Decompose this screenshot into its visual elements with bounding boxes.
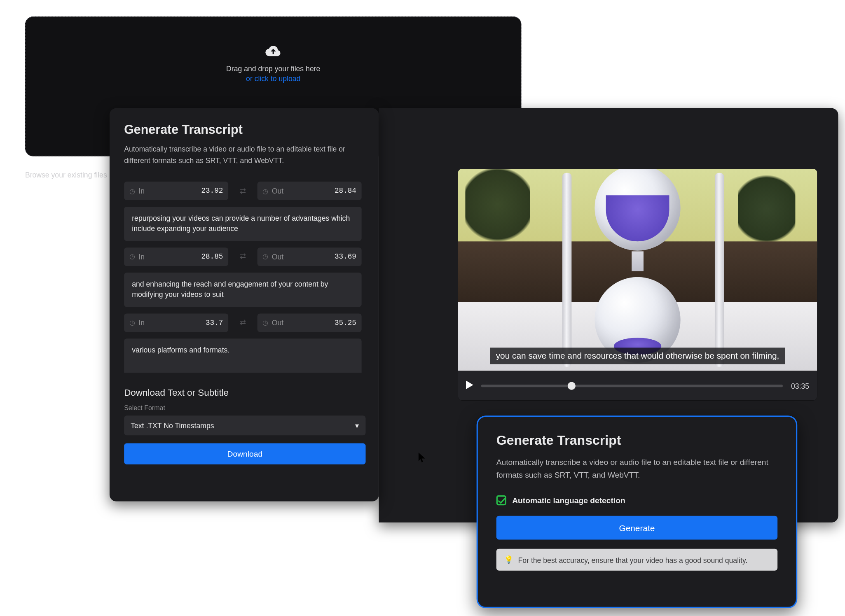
generate-transcript-card: Generate Transcript Automatically transc… <box>477 415 798 608</box>
lightbulb-icon: 💡 <box>504 555 513 564</box>
seek-bar[interactable] <box>481 384 783 387</box>
auto-detect-label: Automatic language detection <box>512 496 625 505</box>
clock-icon: ◷ <box>263 319 269 326</box>
clock-icon: ◷ <box>129 187 135 194</box>
upload-drag-text: Drag and drop your files here <box>226 64 320 72</box>
download-button[interactable]: Download <box>124 443 365 464</box>
in-timestamp-field[interactable]: ◷ In 28.85 <box>124 247 228 266</box>
in-timestamp-field[interactable]: ◷ In 33.7 <box>124 313 228 332</box>
segment-timestamps: ◷ In 33.7 ⇄ ◷ Out 35.25 <box>124 313 362 332</box>
video-thumbnail-scene <box>458 169 817 371</box>
clock-icon: ◷ <box>129 253 135 260</box>
tip-text: For the best accuracy, ensure that your … <box>518 556 748 564</box>
chevron-down-icon: ▾ <box>355 421 359 430</box>
checkbox-checked-icon[interactable] <box>496 495 506 505</box>
browse-existing-link[interactable]: Browse your existing files <box>25 171 107 179</box>
play-button[interactable] <box>466 380 473 390</box>
format-select-label: Select Format <box>124 404 365 412</box>
video-duration: 03:35 <box>791 382 809 390</box>
clock-icon: ◷ <box>129 319 135 326</box>
generate-button[interactable]: Generate <box>496 516 777 540</box>
panel-title: Generate Transcript <box>124 123 365 137</box>
download-section-title: Download Text or Subtitle <box>124 387 365 398</box>
format-selected-value: Text .TXT No Timestamps <box>131 422 214 429</box>
video-frame[interactable]: you can save time and resources that wou… <box>458 169 817 371</box>
video-player: you can save time and resources that wou… <box>458 169 817 400</box>
upload-dropzone[interactable]: Drag and drop your files here or click t… <box>25 16 522 109</box>
auto-detect-row[interactable]: Automatic language detection <box>496 495 777 505</box>
cloud-upload-icon <box>265 43 281 61</box>
transcript-segments-list[interactable]: ◷ In 23.92 ⇄ ◷ Out 28.84 repurposing you… <box>124 175 365 373</box>
timestamp-separator-icon: ⇄ <box>238 247 248 266</box>
segment-text[interactable]: repurposing your videos can provide a nu… <box>124 206 362 240</box>
segment-timestamps: ◷ In 23.92 ⇄ ◷ Out 28.84 <box>124 182 362 200</box>
clock-icon: ◷ <box>263 187 269 194</box>
format-select[interactable]: Text .TXT No Timestamps ▾ <box>124 415 365 435</box>
clock-icon: ◷ <box>263 253 269 260</box>
timestamp-separator-icon: ⇄ <box>238 182 248 200</box>
video-caption: you can save time and resources that wou… <box>490 348 785 364</box>
segment-timestamps: ◷ In 28.85 ⇄ ◷ Out 33.69 <box>124 247 362 266</box>
segment-text[interactable]: various platforms and formats. <box>124 338 362 373</box>
in-timestamp-field[interactable]: ◷ In 23.92 <box>124 182 228 200</box>
generate-description: Automatically transcribe a video or audi… <box>496 457 777 481</box>
out-timestamp-field[interactable]: ◷ Out 33.69 <box>257 247 362 266</box>
timestamp-separator-icon: ⇄ <box>238 313 248 332</box>
video-controls: 03:35 <box>458 371 817 400</box>
out-timestamp-field[interactable]: ◷ Out 35.25 <box>257 313 362 332</box>
accuracy-tip: 💡 For the best accuracy, ensure that you… <box>496 549 777 571</box>
generate-title: Generate Transcript <box>496 433 777 448</box>
seek-thumb[interactable] <box>568 382 576 390</box>
upload-click-link[interactable]: or click to upload <box>246 74 300 82</box>
segment-text[interactable]: and enhancing the reach and engagement o… <box>124 272 362 306</box>
transcript-editor-panel: Generate Transcript Automatically transc… <box>110 108 379 502</box>
panel-description: Automatically transcribe a video or audi… <box>124 144 362 166</box>
out-timestamp-field[interactable]: ◷ Out 28.84 <box>257 182 362 200</box>
